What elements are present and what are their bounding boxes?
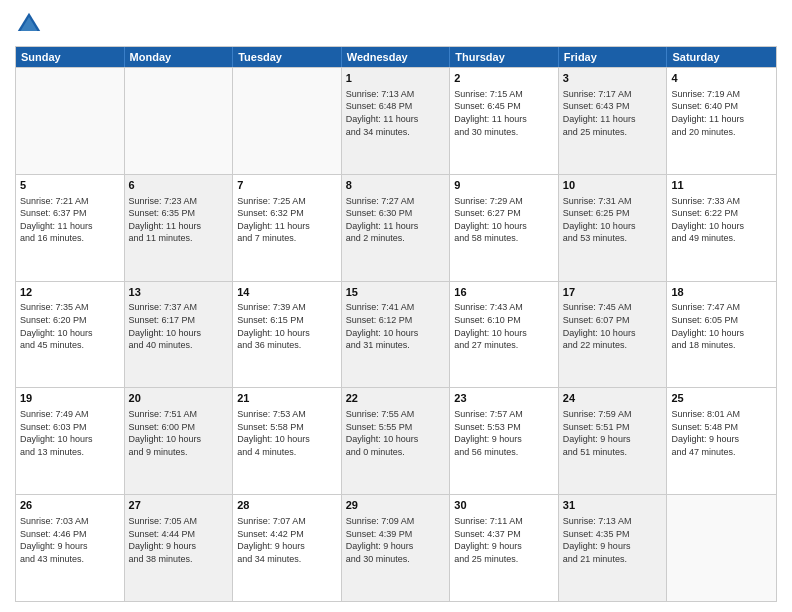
cal-cell: 3Sunrise: 7:17 AM Sunset: 6:43 PM Daylig…: [559, 68, 668, 174]
cell-content: Sunrise: 7:55 AM Sunset: 5:55 PM Dayligh…: [346, 408, 446, 458]
week-row-1: 1Sunrise: 7:13 AM Sunset: 6:48 PM Daylig…: [16, 67, 776, 174]
day-number: 26: [20, 498, 120, 513]
cal-cell: 13Sunrise: 7:37 AM Sunset: 6:17 PM Dayli…: [125, 282, 234, 388]
cal-cell: 23Sunrise: 7:57 AM Sunset: 5:53 PM Dayli…: [450, 388, 559, 494]
cell-content: Sunrise: 7:59 AM Sunset: 5:51 PM Dayligh…: [563, 408, 663, 458]
header-day-wednesday: Wednesday: [342, 47, 451, 67]
cell-content: Sunrise: 7:51 AM Sunset: 6:00 PM Dayligh…: [129, 408, 229, 458]
cell-content: Sunrise: 7:43 AM Sunset: 6:10 PM Dayligh…: [454, 301, 554, 351]
cal-cell: 14Sunrise: 7:39 AM Sunset: 6:15 PM Dayli…: [233, 282, 342, 388]
day-number: 8: [346, 178, 446, 193]
day-number: 17: [563, 285, 663, 300]
cal-cell: 24Sunrise: 7:59 AM Sunset: 5:51 PM Dayli…: [559, 388, 668, 494]
cal-cell: 28Sunrise: 7:07 AM Sunset: 4:42 PM Dayli…: [233, 495, 342, 601]
cal-cell: [233, 68, 342, 174]
logo-icon: [15, 10, 43, 38]
day-number: 6: [129, 178, 229, 193]
cal-cell: 30Sunrise: 7:11 AM Sunset: 4:37 PM Dayli…: [450, 495, 559, 601]
cal-cell: 26Sunrise: 7:03 AM Sunset: 4:46 PM Dayli…: [16, 495, 125, 601]
day-number: 1: [346, 71, 446, 86]
day-number: 11: [671, 178, 772, 193]
cell-content: Sunrise: 7:19 AM Sunset: 6:40 PM Dayligh…: [671, 88, 772, 138]
cell-content: Sunrise: 8:01 AM Sunset: 5:48 PM Dayligh…: [671, 408, 772, 458]
cal-cell: [16, 68, 125, 174]
day-number: 5: [20, 178, 120, 193]
day-number: 18: [671, 285, 772, 300]
cell-content: Sunrise: 7:57 AM Sunset: 5:53 PM Dayligh…: [454, 408, 554, 458]
day-number: 9: [454, 178, 554, 193]
cal-cell: 16Sunrise: 7:43 AM Sunset: 6:10 PM Dayli…: [450, 282, 559, 388]
day-number: 10: [563, 178, 663, 193]
cal-cell: [125, 68, 234, 174]
cell-content: Sunrise: 7:39 AM Sunset: 6:15 PM Dayligh…: [237, 301, 337, 351]
day-number: 2: [454, 71, 554, 86]
header-day-monday: Monday: [125, 47, 234, 67]
calendar-header: SundayMondayTuesdayWednesdayThursdayFrid…: [16, 47, 776, 67]
day-number: 12: [20, 285, 120, 300]
cell-content: Sunrise: 7:13 AM Sunset: 6:48 PM Dayligh…: [346, 88, 446, 138]
calendar-body: 1Sunrise: 7:13 AM Sunset: 6:48 PM Daylig…: [16, 67, 776, 601]
week-row-3: 12Sunrise: 7:35 AM Sunset: 6:20 PM Dayli…: [16, 281, 776, 388]
header: [15, 10, 777, 38]
day-number: 7: [237, 178, 337, 193]
day-number: 25: [671, 391, 772, 406]
day-number: 21: [237, 391, 337, 406]
cal-cell: 9Sunrise: 7:29 AM Sunset: 6:27 PM Daylig…: [450, 175, 559, 281]
cell-content: Sunrise: 7:29 AM Sunset: 6:27 PM Dayligh…: [454, 195, 554, 245]
cal-cell: 31Sunrise: 7:13 AM Sunset: 4:35 PM Dayli…: [559, 495, 668, 601]
day-number: 15: [346, 285, 446, 300]
cal-cell: 7Sunrise: 7:25 AM Sunset: 6:32 PM Daylig…: [233, 175, 342, 281]
day-number: 24: [563, 391, 663, 406]
cell-content: Sunrise: 7:35 AM Sunset: 6:20 PM Dayligh…: [20, 301, 120, 351]
cell-content: Sunrise: 7:15 AM Sunset: 6:45 PM Dayligh…: [454, 88, 554, 138]
day-number: 3: [563, 71, 663, 86]
cal-cell: 25Sunrise: 8:01 AM Sunset: 5:48 PM Dayli…: [667, 388, 776, 494]
week-row-5: 26Sunrise: 7:03 AM Sunset: 4:46 PM Dayli…: [16, 494, 776, 601]
day-number: 28: [237, 498, 337, 513]
cell-content: Sunrise: 7:03 AM Sunset: 4:46 PM Dayligh…: [20, 515, 120, 565]
week-row-4: 19Sunrise: 7:49 AM Sunset: 6:03 PM Dayli…: [16, 387, 776, 494]
header-day-sunday: Sunday: [16, 47, 125, 67]
cell-content: Sunrise: 7:09 AM Sunset: 4:39 PM Dayligh…: [346, 515, 446, 565]
day-number: 27: [129, 498, 229, 513]
cal-cell: 4Sunrise: 7:19 AM Sunset: 6:40 PM Daylig…: [667, 68, 776, 174]
calendar: SundayMondayTuesdayWednesdayThursdayFrid…: [15, 46, 777, 602]
cell-content: Sunrise: 7:53 AM Sunset: 5:58 PM Dayligh…: [237, 408, 337, 458]
cal-cell: 18Sunrise: 7:47 AM Sunset: 6:05 PM Dayli…: [667, 282, 776, 388]
cell-content: Sunrise: 7:27 AM Sunset: 6:30 PM Dayligh…: [346, 195, 446, 245]
day-number: 14: [237, 285, 337, 300]
cal-cell: 29Sunrise: 7:09 AM Sunset: 4:39 PM Dayli…: [342, 495, 451, 601]
cell-content: Sunrise: 7:31 AM Sunset: 6:25 PM Dayligh…: [563, 195, 663, 245]
cal-cell: 5Sunrise: 7:21 AM Sunset: 6:37 PM Daylig…: [16, 175, 125, 281]
cell-content: Sunrise: 7:49 AM Sunset: 6:03 PM Dayligh…: [20, 408, 120, 458]
cal-cell: 1Sunrise: 7:13 AM Sunset: 6:48 PM Daylig…: [342, 68, 451, 174]
cal-cell: 22Sunrise: 7:55 AM Sunset: 5:55 PM Dayli…: [342, 388, 451, 494]
cal-cell: 8Sunrise: 7:27 AM Sunset: 6:30 PM Daylig…: [342, 175, 451, 281]
day-number: 16: [454, 285, 554, 300]
cell-content: Sunrise: 7:25 AM Sunset: 6:32 PM Dayligh…: [237, 195, 337, 245]
day-number: 29: [346, 498, 446, 513]
logo: [15, 10, 47, 38]
cell-content: Sunrise: 7:21 AM Sunset: 6:37 PM Dayligh…: [20, 195, 120, 245]
cell-content: Sunrise: 7:07 AM Sunset: 4:42 PM Dayligh…: [237, 515, 337, 565]
page: SundayMondayTuesdayWednesdayThursdayFrid…: [0, 0, 792, 612]
cal-cell: 10Sunrise: 7:31 AM Sunset: 6:25 PM Dayli…: [559, 175, 668, 281]
cal-cell: [667, 495, 776, 601]
cell-content: Sunrise: 7:11 AM Sunset: 4:37 PM Dayligh…: [454, 515, 554, 565]
cal-cell: 2Sunrise: 7:15 AM Sunset: 6:45 PM Daylig…: [450, 68, 559, 174]
day-number: 20: [129, 391, 229, 406]
cell-content: Sunrise: 7:23 AM Sunset: 6:35 PM Dayligh…: [129, 195, 229, 245]
cell-content: Sunrise: 7:05 AM Sunset: 4:44 PM Dayligh…: [129, 515, 229, 565]
cal-cell: 27Sunrise: 7:05 AM Sunset: 4:44 PM Dayli…: [125, 495, 234, 601]
day-number: 30: [454, 498, 554, 513]
cal-cell: 11Sunrise: 7:33 AM Sunset: 6:22 PM Dayli…: [667, 175, 776, 281]
cal-cell: 20Sunrise: 7:51 AM Sunset: 6:00 PM Dayli…: [125, 388, 234, 494]
cal-cell: 15Sunrise: 7:41 AM Sunset: 6:12 PM Dayli…: [342, 282, 451, 388]
header-day-tuesday: Tuesday: [233, 47, 342, 67]
cal-cell: 19Sunrise: 7:49 AM Sunset: 6:03 PM Dayli…: [16, 388, 125, 494]
cell-content: Sunrise: 7:45 AM Sunset: 6:07 PM Dayligh…: [563, 301, 663, 351]
cal-cell: 21Sunrise: 7:53 AM Sunset: 5:58 PM Dayli…: [233, 388, 342, 494]
cal-cell: 12Sunrise: 7:35 AM Sunset: 6:20 PM Dayli…: [16, 282, 125, 388]
cell-content: Sunrise: 7:47 AM Sunset: 6:05 PM Dayligh…: [671, 301, 772, 351]
week-row-2: 5Sunrise: 7:21 AM Sunset: 6:37 PM Daylig…: [16, 174, 776, 281]
